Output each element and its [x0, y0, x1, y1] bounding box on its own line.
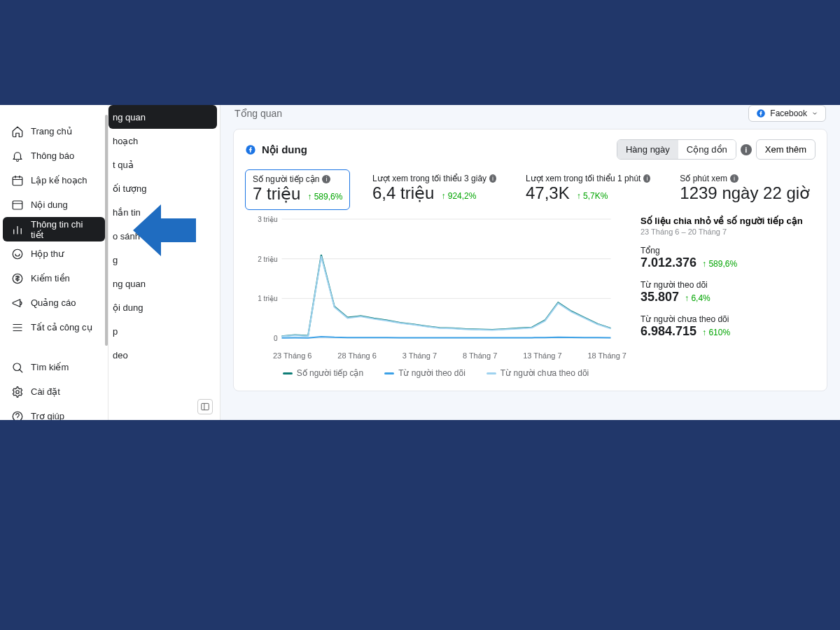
svg-text:2 triệu: 2 triệu [258, 255, 277, 263]
sidebar-item-label: Cài đặt [31, 386, 60, 397]
page-title: Tổng quan [234, 108, 282, 119]
app-viewport: Trang chủThông báoLập kế hoạchNội dungTh… [0, 105, 840, 420]
card-title: Nội dung [262, 144, 307, 156]
facebook-icon [756, 108, 766, 118]
tools-icon [11, 321, 24, 334]
sidebar-item-content[interactable]: Nội dung [0, 192, 108, 217]
metric-tile[interactable]: Số người tiếp cận i 7 triệu↑ 589,6% [245, 169, 350, 210]
sidebar-item-label: Hộp thư [31, 248, 64, 259]
search-icon [11, 361, 24, 374]
sidebar-scrollbar[interactable] [105, 115, 108, 346]
x-tick: 18 Tháng 7 [587, 351, 626, 360]
metric-delta: ↑ 5,7K% [577, 191, 608, 201]
sidebar-item-settings[interactable]: Cài đặt [0, 379, 108, 404]
stat-value: 7.012.376 [640, 255, 696, 270]
help-icon [11, 410, 24, 421]
metric-tile[interactable]: Số phút xem i 1239 ngày 22 giờ [673, 169, 816, 210]
subsidebar-item[interactable]: p [108, 319, 220, 343]
sidebar-item-inbox[interactable]: Hộp thư [0, 241, 108, 266]
metric-label: Lượt xem trong tối thiểu 3 giây i [372, 174, 496, 183]
metrics-row: Số người tiếp cận i 7 triệu↑ 589,6%Lượt … [245, 169, 816, 210]
svg-rect-0 [13, 176, 22, 185]
subsidebar-item[interactable]: ội dung [108, 295, 220, 319]
view-more-button[interactable]: Xem thêm [756, 139, 816, 160]
metric-value: 1239 ngày 22 giờ [680, 183, 810, 203]
sidebar-item-bell[interactable]: Thông báo [0, 144, 108, 168]
sidebar-item-tools[interactable]: Tất cả công cụ [0, 315, 108, 340]
metric-tile[interactable]: Lượt xem trong tối thiểu 1 phút i 47,3K↑… [519, 169, 657, 210]
home-icon [11, 125, 24, 138]
metric-tile[interactable]: Lượt xem trong tối thiểu 3 giây i 6,4 tr… [365, 169, 503, 210]
svg-rect-19 [202, 403, 209, 410]
svg-text:1 triệu: 1 triệu [258, 295, 277, 302]
subsidebar-item[interactable]: hoạch [108, 129, 220, 153]
info-icon: i [730, 174, 738, 183]
bell-icon [11, 150, 24, 162]
info-icon: i [643, 174, 650, 183]
sidebar-item-label: Nội dung [31, 200, 68, 210]
toggle-panel-button[interactable] [197, 399, 213, 414]
money-icon [11, 272, 24, 285]
stat-delta: ↑ 589,6% [702, 259, 737, 269]
sidebar-item-calendar[interactable]: Lập kế hoạch [0, 168, 108, 192]
sidebar-item-home[interactable]: Trang chủ [0, 119, 108, 144]
svg-point-9 [13, 249, 22, 259]
svg-point-18 [18, 419, 18, 419]
sidebar-item-label: Trang chủ [31, 126, 72, 136]
sidebar-item-help[interactable]: Trợ giúp [0, 404, 108, 420]
sidebar-item-ads[interactable]: Quảng cáo [0, 290, 108, 315]
sidebar-item-label: Kiếm tiền [31, 273, 70, 284]
secondary-sidebar: ng quanhoạcht quảối tượnghắn tino sánhgn… [108, 105, 220, 420]
x-tick: 28 Tháng 6 [337, 351, 376, 360]
info-icon[interactable]: i [741, 144, 752, 155]
svg-line-15 [20, 370, 22, 372]
settings-icon [11, 386, 24, 398]
subsidebar-item[interactable]: ng quan [108, 272, 220, 295]
sidebar-item-insights[interactable]: Thông tin chi tiết [3, 217, 105, 241]
main-content: Tổng quan Facebook Nội dung Hàng ngày Cộ… [220, 105, 840, 420]
subsidebar-item[interactable]: ng quan [108, 105, 217, 129]
info-icon: i [489, 174, 496, 183]
subsidebar-item[interactable]: ối tượng [108, 176, 220, 200]
info-icon: i [322, 175, 330, 183]
calendar-icon [11, 174, 24, 187]
stat-label: Từ người chưa theo dõi [640, 314, 816, 324]
platform-label: Facebook [770, 108, 807, 118]
sidebar-item-label: Tất cả công cụ [31, 322, 92, 332]
stat-block: Từ người theo dõi 35.807↑ 6,4% [640, 280, 816, 304]
sidebar-item-money[interactable]: Kiếm tiền [0, 266, 108, 290]
daily-tab[interactable]: Hàng ngày [617, 140, 678, 159]
legend-item: Từ người theo dõi [384, 368, 465, 378]
stat-label: Tổng [640, 246, 816, 255]
sidebar-item-label: Lập kế hoạch [31, 175, 87, 186]
x-tick: 8 Tháng 7 [463, 351, 497, 360]
inbox-icon [11, 248, 24, 260]
stat-delta: ↑ 610% [702, 328, 730, 337]
platform-selector[interactable]: Facebook [748, 105, 826, 122]
subsidebar-item[interactable]: deo [108, 343, 220, 367]
time-mode-segment: Hàng ngày Cộng dồn [617, 139, 736, 160]
breakdown-panel: Số liệu chia nhỏ về số người tiếp cận 23… [640, 216, 816, 378]
legend-item: Từ người chưa theo dõi [486, 368, 589, 378]
sidebar-item-search[interactable]: Tìm kiếm [0, 355, 108, 379]
svg-text:0: 0 [274, 335, 278, 342]
subsidebar-item[interactable]: t quả [108, 153, 220, 176]
content-icon [11, 199, 24, 211]
x-tick: 3 Tháng 7 [402, 351, 437, 360]
insights-icon [11, 223, 24, 236]
svg-point-16 [16, 390, 20, 393]
content-card: Nội dung Hàng ngày Cộng dồn i Xem thêm S… [233, 129, 827, 391]
svg-rect-4 [13, 201, 22, 209]
metric-label: Số người tiếp cận i [253, 174, 342, 184]
metric-delta: ↑ 589,6% [307, 192, 342, 202]
stat-delta: ↑ 6,4% [685, 293, 710, 303]
sidebar-item-label: Trợ giúp [31, 411, 64, 420]
cumulative-tab[interactable]: Cộng dồn [678, 140, 736, 159]
panel-icon [200, 402, 210, 412]
metric-value: 6,4 triệu [372, 183, 434, 203]
breakdown-range: 23 Tháng 6 – 20 Tháng 7 [640, 227, 816, 236]
stat-block: Từ người chưa theo dõi 6.984.715↑ 610% [640, 314, 816, 339]
stat-value: 35.807 [640, 290, 679, 304]
sidebar-item-label: Thông tin chi tiết [31, 219, 97, 240]
stat-value: 6.984.715 [640, 324, 696, 339]
